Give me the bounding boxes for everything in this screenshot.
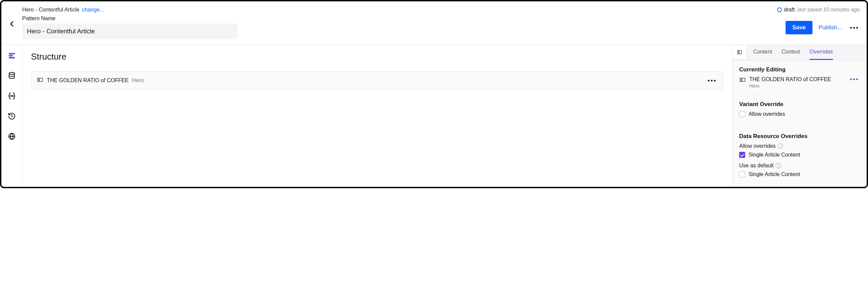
editing-more-button[interactable] (848, 77, 860, 82)
editing-type: Hero (749, 83, 845, 89)
back-button[interactable] (7, 20, 16, 30)
currently-editing-section: Currently Editing THE GOLDEN RATIO of CO… (733, 60, 867, 95)
structure-item-label: THE GOLDEN RATIO of COFFEE (47, 78, 128, 84)
right-panel: Content Context Overrides Currently Edit… (732, 45, 867, 187)
single-article-checkbox[interactable] (739, 152, 745, 158)
allow-overrides-heading: Allow overrides (739, 143, 775, 149)
more-actions-button[interactable] (848, 25, 860, 31)
last-saved-text: last saved 10 minutes ago (797, 7, 860, 13)
structure-item-type: Hero (132, 78, 144, 84)
structure-item-more[interactable] (706, 78, 718, 84)
draft-label: draft (784, 7, 795, 13)
editing-name: THE GOLDEN RATIO of COFFEE (749, 77, 845, 83)
svg-rect-8 (38, 78, 39, 82)
svg-rect-0 (9, 53, 15, 54)
svg-point-4 (10, 96, 11, 96)
svg-rect-9 (39, 78, 42, 82)
data-resource-title: Data Resource Overrides (739, 133, 860, 140)
single-article-default-checkbox[interactable] (739, 171, 745, 177)
single-article-default-label: Single Article Content (749, 171, 800, 177)
breadcrumb-title: Hero - Contentful Article (22, 7, 80, 13)
component-icon (37, 77, 43, 85)
draft-circle-icon (777, 7, 782, 12)
svg-point-6 (12, 96, 13, 96)
header: Hero - Contentful Article change... Patt… (1, 1, 867, 45)
svg-rect-1 (9, 55, 13, 56)
left-rail (1, 45, 22, 187)
svg-point-5 (11, 96, 12, 96)
status-row: draft last saved 10 minutes ago (777, 7, 860, 13)
allow-variant-override-label: Allow overrides (749, 111, 785, 117)
allow-variant-override-checkbox[interactable] (739, 111, 745, 117)
panel-collapse-button[interactable] (733, 46, 747, 60)
main-area: Structure THE GOLDEN RATIO of COFFEE Her… (22, 45, 732, 187)
rail-structure-icon[interactable] (4, 48, 19, 63)
variant-override-title: Variant Override (739, 101, 860, 108)
pattern-name-label: Pattern Name (22, 16, 770, 22)
tab-overrides[interactable]: Overrides (809, 45, 833, 60)
svg-rect-2 (9, 57, 15, 58)
data-resource-section: Data Resource Overrides Allow overrides … (733, 127, 867, 187)
rail-json-icon[interactable] (4, 89, 19, 103)
info-icon[interactable]: i (777, 144, 783, 149)
rail-history-icon[interactable] (4, 109, 19, 124)
structure-item[interactable]: THE GOLDEN RATIO of COFFEE Hero (31, 71, 723, 90)
svg-rect-10 (738, 51, 739, 54)
tab-context[interactable]: Context (781, 45, 800, 60)
variant-override-section: Variant Override Allow overrides (733, 95, 867, 127)
svg-rect-13 (742, 78, 745, 82)
pattern-name-input[interactable] (22, 24, 238, 39)
draft-status: draft (777, 7, 795, 13)
svg-point-3 (9, 72, 14, 74)
svg-rect-12 (740, 78, 741, 82)
svg-rect-11 (739, 51, 742, 54)
rail-database-icon[interactable] (4, 68, 19, 83)
component-icon (739, 77, 746, 85)
tab-content[interactable]: Content (753, 45, 772, 60)
rail-globe-icon[interactable] (4, 129, 19, 144)
publish-button[interactable]: Publish... (818, 24, 842, 31)
change-link[interactable]: change... (82, 7, 104, 13)
info-icon[interactable]: i (775, 163, 781, 168)
structure-heading: Structure (31, 52, 723, 62)
save-button[interactable]: Save (785, 21, 812, 34)
use-default-heading: Use as default (739, 162, 773, 169)
single-article-label: Single Article Content (749, 152, 800, 158)
currently-editing-title: Currently Editing (739, 66, 860, 73)
